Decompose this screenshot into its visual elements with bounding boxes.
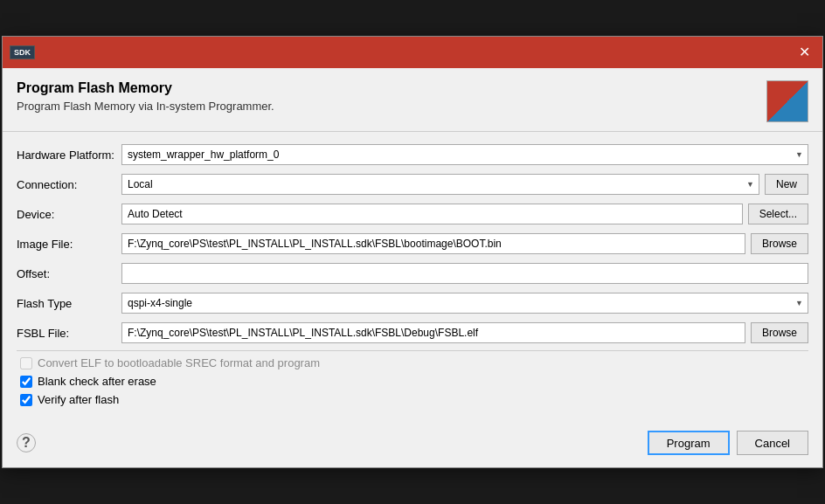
- image-file-label: Image File:: [17, 238, 121, 251]
- help-button[interactable]: ?: [17, 433, 36, 452]
- convert-elf-checkbox[interactable]: [20, 357, 32, 369]
- flash-type-label: Flash Type: [17, 297, 121, 310]
- hardware-platform-label: Hardware Platform:: [17, 148, 121, 162]
- convert-elf-label: Convert ELF to bootloadable SREC format …: [38, 356, 320, 369]
- title-bar-left: SDK: [10, 45, 35, 59]
- hardware-platform-select-wrapper: system_wrapper_hw_platform_0: [121, 144, 808, 165]
- connection-control: Local New: [121, 174, 808, 195]
- offset-control: [121, 263, 808, 284]
- dialog-subtitle: Program Flash Memory via In-system Progr…: [17, 100, 274, 113]
- footer-buttons: Program Cancel: [648, 431, 808, 455]
- hardware-platform-row: Hardware Platform: system_wrapper_hw_pla…: [17, 142, 808, 167]
- verify-after-checkbox[interactable]: [20, 394, 32, 406]
- device-input[interactable]: [121, 204, 743, 224]
- fsbl-file-row: FSBL File: Browse: [17, 321, 808, 345]
- connection-row: Connection: Local New: [17, 172, 808, 197]
- offset-input[interactable]: [121, 263, 808, 284]
- flash-type-row: Flash Type qspi-x4-single: [17, 291, 808, 315]
- dialog-title: Program Flash Memory: [17, 80, 274, 96]
- verify-after-row: Verify after flash: [17, 393, 808, 406]
- program-flash-dialog: SDK ✕ Program Flash Memory Program Flash…: [2, 36, 823, 468]
- hardware-platform-select[interactable]: system_wrapper_hw_platform_0: [121, 144, 808, 165]
- image-file-control: Browse: [121, 233, 808, 254]
- blank-check-label: Blank check after erase: [38, 375, 156, 388]
- offset-label: Offset:: [17, 267, 121, 280]
- fsbl-file-browse-button[interactable]: Browse: [751, 322, 808, 343]
- dialog-body: Hardware Platform: system_wrapper_hw_pla…: [3, 132, 822, 422]
- device-control: Select...: [121, 204, 808, 224]
- connection-select-wrapper: Local: [121, 174, 759, 195]
- program-button[interactable]: Program: [648, 431, 730, 455]
- image-file-browse-button[interactable]: Browse: [751, 233, 808, 254]
- dialog-icon: [766, 80, 808, 122]
- header-text: Program Flash Memory Program Flash Memor…: [17, 80, 274, 113]
- separator: [17, 350, 808, 351]
- cancel-button[interactable]: Cancel: [737, 431, 808, 455]
- fsbl-file-control: Browse: [121, 322, 808, 343]
- sdk-badge: SDK: [10, 45, 35, 59]
- device-select-button[interactable]: Select...: [748, 204, 808, 224]
- close-button[interactable]: ✕: [794, 44, 815, 61]
- fsbl-file-input[interactable]: [121, 322, 745, 343]
- blank-check-row: Blank check after erase: [17, 375, 808, 388]
- hardware-platform-control: system_wrapper_hw_platform_0: [121, 144, 808, 165]
- connection-select[interactable]: Local: [121, 174, 759, 195]
- device-row: Device: Select...: [17, 202, 808, 226]
- verify-after-label: Verify after flash: [38, 393, 119, 406]
- image-file-row: Image File: Browse: [17, 231, 808, 256]
- flash-type-select-wrapper: qspi-x4-single: [121, 293, 808, 314]
- connection-label: Connection:: [17, 178, 121, 191]
- connection-new-button[interactable]: New: [765, 174, 808, 195]
- flash-type-control: qspi-x4-single: [121, 293, 808, 314]
- blank-check-checkbox[interactable]: [20, 376, 32, 388]
- image-file-input[interactable]: [121, 233, 745, 254]
- device-label: Device:: [17, 208, 121, 221]
- dialog-header: Program Flash Memory Program Flash Memor…: [3, 68, 822, 132]
- fsbl-file-label: FSBL File:: [17, 327, 121, 340]
- dialog-footer: ? Program Cancel: [3, 422, 822, 467]
- flash-type-select[interactable]: qspi-x4-single: [121, 293, 808, 314]
- convert-elf-row: Convert ELF to bootloadable SREC format …: [17, 356, 808, 369]
- title-bar: SDK ✕: [3, 37, 822, 68]
- offset-row: Offset:: [17, 261, 808, 286]
